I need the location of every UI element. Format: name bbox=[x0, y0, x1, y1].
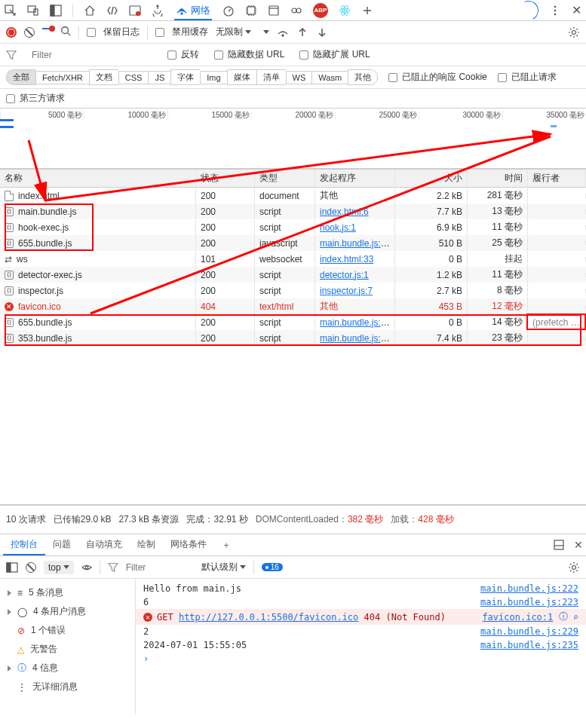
tab-network[interactable]: 网络 bbox=[174, 1, 212, 20]
type-pill-全部[interactable]: 全部 bbox=[6, 69, 35, 85]
live-expr-icon[interactable] bbox=[81, 562, 92, 573]
col-name[interactable]: 名称 bbox=[0, 170, 196, 187]
upload-icon[interactable] bbox=[296, 26, 308, 38]
device-icon[interactable] bbox=[27, 5, 39, 17]
console-side-item[interactable]: △无警告 bbox=[3, 640, 132, 659]
drawer-add-icon[interactable]: ＋ bbox=[216, 536, 237, 555]
console-side-item[interactable]: ≡5 条消息 bbox=[3, 583, 132, 602]
type-pill-Wasm[interactable]: Wasm bbox=[311, 71, 348, 84]
type-pill-其他[interactable]: 其他 bbox=[348, 69, 378, 85]
table-row[interactable]: ⟨⟩hook-exec.js200scripthook.js:16.9 kB11… bbox=[0, 219, 586, 235]
blocked-cookies-checkbox[interactable] bbox=[388, 73, 397, 82]
hide-ext-url-checkbox[interactable] bbox=[299, 50, 308, 60]
drawer-tab-2[interactable]: 自动填充 bbox=[78, 535, 130, 555]
settings-icon[interactable] bbox=[568, 26, 580, 38]
col-size[interactable]: 大小 bbox=[395, 170, 468, 187]
console-side-item[interactable]: ⋮无详细消息 bbox=[3, 678, 132, 696]
console-row[interactable]: Hello from main.jsmain.bundle.js:222 bbox=[136, 582, 586, 595]
table-row[interactable]: ✕favicon.ico404text/html其他453 B12 毫秒 bbox=[0, 298, 586, 314]
search-icon[interactable] bbox=[60, 26, 71, 38]
console-source-link[interactable]: main.bundle.js:229 bbox=[480, 626, 578, 637]
console-source-link[interactable]: favicon.ico:1 bbox=[482, 612, 553, 622]
console-settings-icon[interactable] bbox=[568, 561, 580, 574]
issues-badge[interactable]: 16 bbox=[262, 563, 283, 571]
add-tab-icon[interactable] bbox=[361, 5, 373, 17]
table-row[interactable]: ⟨⟩353.bundle.js200scriptmain.bundle.js:1… bbox=[0, 330, 586, 346]
level-dropdown[interactable]: 默认级别 bbox=[201, 561, 246, 574]
type-pill-CSS[interactable]: CSS bbox=[118, 71, 149, 84]
more-conditions-icon[interactable] bbox=[263, 30, 269, 34]
col-initiator[interactable]: 发起程序 bbox=[315, 170, 395, 187]
drawer-tab-1[interactable]: 问题 bbox=[45, 535, 78, 555]
initiator-link[interactable]: main.bundle.js:126 bbox=[320, 333, 395, 344]
blocked-requests-checkbox[interactable] bbox=[498, 73, 507, 82]
initiator-link[interactable]: index.html:33 bbox=[320, 254, 373, 265]
lighthouse-icon[interactable] bbox=[290, 5, 302, 17]
elements-icon[interactable] bbox=[106, 5, 118, 17]
type-pill-文档[interactable]: 文档 bbox=[89, 69, 118, 85]
type-pill-清单[interactable]: 清单 bbox=[256, 69, 286, 85]
invert-checkbox[interactable] bbox=[167, 50, 176, 60]
hide-data-url-checkbox[interactable] bbox=[214, 50, 223, 60]
table-row[interactable]: index.html200document其他2.2 kB281 毫秒 bbox=[0, 188, 586, 203]
record-button[interactable] bbox=[6, 27, 17, 38]
table-row[interactable]: ⟨⟩main.bundle.js200scriptindex.html:67.7… bbox=[0, 203, 586, 219]
type-pill-Fetch/XHR[interactable]: Fetch/XHR bbox=[35, 71, 89, 84]
col-status[interactable]: 状态 bbox=[196, 170, 255, 187]
third-party-checkbox[interactable] bbox=[6, 94, 15, 103]
dock-icon[interactable] bbox=[50, 5, 62, 17]
console-side-item[interactable]: ⊘1 个错误 bbox=[3, 621, 132, 640]
console-source-link[interactable]: main.bundle.js:235 bbox=[480, 640, 578, 650]
type-pill-媒体[interactable]: 媒体 bbox=[227, 69, 256, 85]
console-side-item[interactable]: ⓘ4 信息 bbox=[3, 659, 132, 678]
application-icon[interactable] bbox=[268, 5, 280, 17]
drawer-tab-3[interactable]: 绘制 bbox=[130, 535, 163, 555]
drawer-dock-icon[interactable] bbox=[553, 539, 565, 551]
console-row[interactable]: 6main.bundle.js:223 bbox=[136, 595, 586, 609]
initiator-link[interactable]: main.bundle.js:193 bbox=[320, 238, 395, 249]
table-row[interactable]: ⟨⟩inspector.js200scriptinspector.js:72.7… bbox=[0, 283, 586, 298]
console-source-link[interactable]: main.bundle.js:223 bbox=[480, 597, 578, 607]
home-icon[interactable] bbox=[84, 5, 96, 17]
type-pill-WS[interactable]: WS bbox=[286, 71, 312, 84]
abp-icon[interactable]: ABP bbox=[313, 3, 328, 18]
initiator-link[interactable]: hook.js:1 bbox=[320, 222, 356, 233]
throttle-dropdown[interactable]: 无限制 bbox=[216, 26, 251, 38]
col-fulfilled[interactable]: 履行者 bbox=[528, 170, 586, 187]
console-source-link[interactable]: main.bundle.js:222 bbox=[480, 583, 578, 594]
col-type[interactable]: 类型 bbox=[255, 170, 315, 187]
more-icon[interactable] bbox=[549, 5, 561, 17]
table-row[interactable]: ⟨⟩655.bundle.js200javascriptmain.bundle.… bbox=[0, 235, 586, 251]
console-row[interactable]: 2024-07-01 15:55:05main.bundle.js:235 bbox=[136, 638, 586, 652]
download-icon[interactable] bbox=[316, 26, 328, 38]
type-pill-JS[interactable]: JS bbox=[148, 71, 170, 84]
react-devtools-icon[interactable] bbox=[339, 5, 351, 17]
filter-input[interactable] bbox=[32, 50, 152, 60]
drawer-close-icon[interactable]: ✕ bbox=[574, 539, 583, 551]
performance-icon[interactable] bbox=[222, 5, 235, 17]
clear-button[interactable] bbox=[24, 27, 35, 38]
preserve-log-checkbox[interactable] bbox=[87, 28, 96, 37]
disable-cache-checkbox[interactable] bbox=[155, 28, 164, 37]
info-icon[interactable]: ⓘ bbox=[559, 610, 568, 623]
table-row[interactable]: ⇄ws101websocketindex.html:330 B挂起 bbox=[0, 251, 586, 267]
initiator-link[interactable]: detector.js:1 bbox=[320, 270, 369, 280]
sources-icon[interactable] bbox=[152, 5, 164, 17]
console-clear-button[interactable] bbox=[26, 562, 36, 573]
col-time[interactable]: 时间 bbox=[468, 170, 528, 187]
error-url-link[interactable]: http://127.0.0.1:5500/favicon.ico bbox=[179, 612, 358, 622]
table-row[interactable]: ⟨⟩detector-exec.js200scriptdetector.js:1… bbox=[0, 267, 586, 283]
search-icon[interactable]: ⌕ bbox=[573, 612, 578, 622]
console-sidebar-toggle-icon[interactable] bbox=[6, 561, 18, 574]
console-side-item[interactable]: ◯4 条用户消息 bbox=[3, 602, 132, 621]
table-row[interactable]: ⟨⟩655.bundle.js200scriptmain.bundle.js:1… bbox=[0, 314, 586, 330]
console-tab-icon[interactable] bbox=[129, 5, 141, 17]
memory-icon[interactable] bbox=[245, 5, 257, 17]
drawer-tab-4[interactable]: 网络条件 bbox=[163, 535, 214, 555]
network-timeline[interactable]: 5000 毫秒10000 毫秒15000 毫秒20000 毫秒25000 毫秒3… bbox=[0, 109, 586, 169]
initiator-link[interactable]: inspector.js:7 bbox=[320, 286, 373, 296]
console-row[interactable]: 2main.bundle.js:229 bbox=[136, 625, 586, 638]
wifi-icon[interactable] bbox=[277, 26, 289, 38]
drawer-tab-0[interactable]: 控制台 bbox=[3, 535, 45, 555]
console-filter-input[interactable] bbox=[126, 562, 194, 573]
